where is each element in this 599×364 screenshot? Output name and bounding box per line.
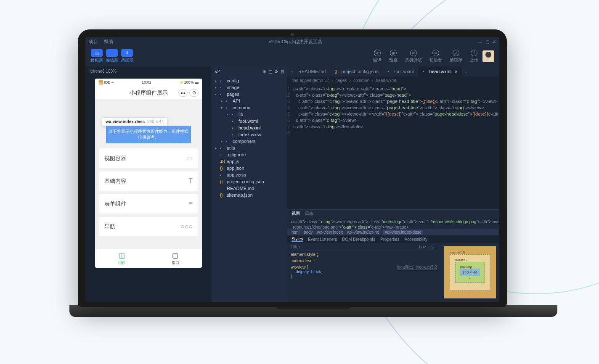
highlighted-element[interactable]: 以下将展示小程序官方组件能力，组件样式仅供参考。: [106, 126, 191, 143]
menu-card[interactable]: 导航○○○: [99, 217, 198, 236]
devtools: 视图 日志 ▸c-attr"> class="c-tag"><wx-imagec…: [287, 209, 499, 302]
styles-tab-Event Listeners[interactable]: Event Listeners: [308, 237, 337, 242]
tree-utils[interactable]: ▸▪utils: [212, 145, 287, 151]
tree-common[interactable]: ▾▪common: [212, 104, 287, 111]
action-真机调试[interactable]: ⟳真机调试: [405, 50, 422, 63]
capsule-close-icon[interactable]: ⊙: [189, 89, 199, 97]
dom-crumb[interactable]: wx-view.index-desc: [383, 230, 423, 235]
action-清缓存[interactable]: ⊘清缓存: [450, 50, 462, 63]
styles-filter[interactable]: Filter: [291, 245, 300, 249]
inspector-tooltip: wx-view.index-desc240 × 44: [102, 117, 167, 126]
styles-panel[interactable]: Filter :hov .cls + element.style {.index…: [287, 243, 440, 302]
dom-crumb[interactable]: html: [292, 230, 300, 235]
tree-config[interactable]: ▸▪config: [212, 77, 287, 84]
action-上传[interactable]: ⤴上传: [470, 50, 478, 63]
action-切后台[interactable]: ↺切后台: [429, 50, 442, 63]
dom-tree[interactable]: ▸c-attr"> class="c-tag"><wx-imagec-attr"…: [287, 217, 499, 229]
page-title: 小程序组件展示: [130, 89, 168, 97]
close-icon[interactable]: ✕: [493, 40, 496, 44]
avatar[interactable]: [482, 50, 494, 62]
tree-foot.wxml[interactable]: ▪foot.wxml: [212, 118, 287, 124]
toolbar: ▭模拟器编辑器⫴调试器 ⟳编译◉预览⟳真机调试↺切后台⊘清缓存⤴上传: [85, 46, 499, 66]
tab-project.config.json[interactable]: {}project.config.json: [330, 66, 383, 76]
devtools-tab-elements[interactable]: 视图: [292, 211, 300, 216]
devtools-tab-console[interactable]: 日志: [305, 211, 313, 216]
status-carrier: 📶 IDE ⏦: [98, 80, 114, 84]
dom-crumb[interactable]: body: [304, 230, 313, 235]
menu-help[interactable]: 帮助: [104, 39, 113, 45]
tree-pages[interactable]: ▾▪pages: [212, 91, 287, 98]
tree-component[interactable]: ▸▪component: [212, 138, 287, 145]
styles-toggles[interactable]: :hov .cls +: [418, 245, 437, 249]
menu-card[interactable]: 视图容器▭: [99, 148, 198, 168]
status-battery: ⚡100% ▬: [179, 80, 199, 84]
explorer-root[interactable]: v2: [215, 69, 220, 74]
status-time: 10:01: [142, 80, 151, 84]
tabs-more-icon[interactable]: …: [462, 66, 474, 76]
tree-app.json[interactable]: {}app.json: [212, 165, 287, 171]
tree-README.md[interactable]: ▫README.md: [212, 185, 287, 192]
capsule-menu-icon[interactable]: •••: [178, 89, 188, 97]
styles-tab-Styles[interactable]: Styles: [292, 237, 303, 242]
action-编译[interactable]: ⟳编译: [373, 50, 382, 63]
window-title: v2-FinClip小程序开发工具: [119, 39, 472, 45]
action-预览[interactable]: ◉预览: [389, 50, 398, 63]
tree-app.wxss[interactable]: ▪app.wxss: [212, 171, 287, 178]
tree-API[interactable]: ▸▪API: [212, 98, 287, 104]
tab-README.md[interactable]: ▫README.md: [287, 66, 330, 76]
mode-模拟器[interactable]: ▭模拟器: [90, 49, 103, 63]
styles-tab-Properties[interactable]: Properties: [380, 237, 400, 242]
tree-project.config.json[interactable]: {}project.config.json: [212, 178, 287, 185]
tabbar-组件[interactable]: ◫组件: [95, 249, 148, 268]
tabbar-接口[interactable]: ▢接口: [148, 249, 202, 268]
menu-card[interactable]: 表单组件≡: [99, 194, 198, 214]
styles-tab-DOM Breakpoints[interactable]: DOM Breakpoints: [342, 237, 375, 242]
menu-project[interactable]: 项目: [89, 39, 98, 45]
phone-simulator[interactable]: 📶 IDE ⏦ 10:01 ⚡100% ▬ 小程序组件展示 ••• ⊙: [95, 79, 202, 268]
menubar: 项目 帮助 v2-FinClip小程序开发工具 — ▢ ✕: [85, 37, 499, 46]
device-info: iphone6 100%: [85, 66, 212, 76]
dom-crumb[interactable]: wx-view.index-hd: [347, 230, 379, 235]
dom-crumb[interactable]: wx-view.index: [317, 230, 343, 235]
menu-card[interactable]: 基础内容T: [99, 171, 198, 191]
maximize-icon[interactable]: ▢: [485, 40, 489, 44]
tree-index.wxss[interactable]: ▪index.wxss: [212, 131, 287, 138]
box-model: margin 10 border - padding - 240 × 44 -: [440, 243, 499, 302]
app-window: 项目 帮助 v2-FinClip小程序开发工具 — ▢ ✕ ▭模拟器编辑器⫴调试…: [85, 37, 499, 302]
file-explorer: v2 ⊕ ▢ ⟳ ⊟ ▸▪config▸▪image▾▪pages▸▪API▾▪…: [212, 66, 287, 302]
breadcrumbs[interactable]: fino-applet-demo-v2 › pages › common › h…: [287, 76, 499, 84]
tree-head.wxml[interactable]: ▪head.wxml: [212, 124, 287, 131]
tree-lib[interactable]: ▸▪lib: [212, 111, 287, 118]
tree-app.js[interactable]: JSapp.js: [212, 158, 287, 165]
code-editor[interactable]: 12345678 c-attr"> class="c-tag"><templat…: [287, 84, 499, 209]
tree-sitemap.json[interactable]: {}sitemap.json: [212, 192, 287, 198]
new-file-icon[interactable]: ⊕: [262, 69, 266, 74]
minimize-icon[interactable]: —: [478, 40, 482, 44]
styles-tab-Accessibility[interactable]: Accessibility: [405, 237, 427, 242]
tab-foot.wxml[interactable]: ▪foot.wxml: [383, 66, 418, 76]
mode-编辑器[interactable]: 编辑器: [106, 49, 118, 63]
refresh-icon[interactable]: ⟳: [275, 69, 278, 74]
mode-调试器[interactable]: ⫴调试器: [121, 49, 133, 63]
tree-.gitignore[interactable]: ▫.gitignore: [212, 151, 287, 158]
tab-close-icon[interactable]: ✕: [454, 69, 458, 74]
new-folder-icon[interactable]: ▢: [268, 69, 272, 74]
tab-head.wxml[interactable]: ▪head.wxml✕: [419, 66, 463, 76]
simulator-pane: iphone6 100% 📶 IDE ⏦ 10:01 ⚡100% ▬ 小程序组件…: [85, 66, 212, 302]
collapse-icon[interactable]: ⊟: [281, 69, 284, 74]
laptop-frame: 项目 帮助 v2-FinClip小程序开发工具 — ▢ ✕ ▭模拟器编辑器⫴调试…: [69, 29, 515, 328]
editor-pane: ▫README.md{}project.config.json▪foot.wxm…: [287, 66, 499, 302]
tree-image[interactable]: ▸▪image: [212, 84, 287, 91]
dom-breadcrumbs[interactable]: htmlbodywx-view.indexwx-view.index-hdwx-…: [287, 229, 499, 235]
